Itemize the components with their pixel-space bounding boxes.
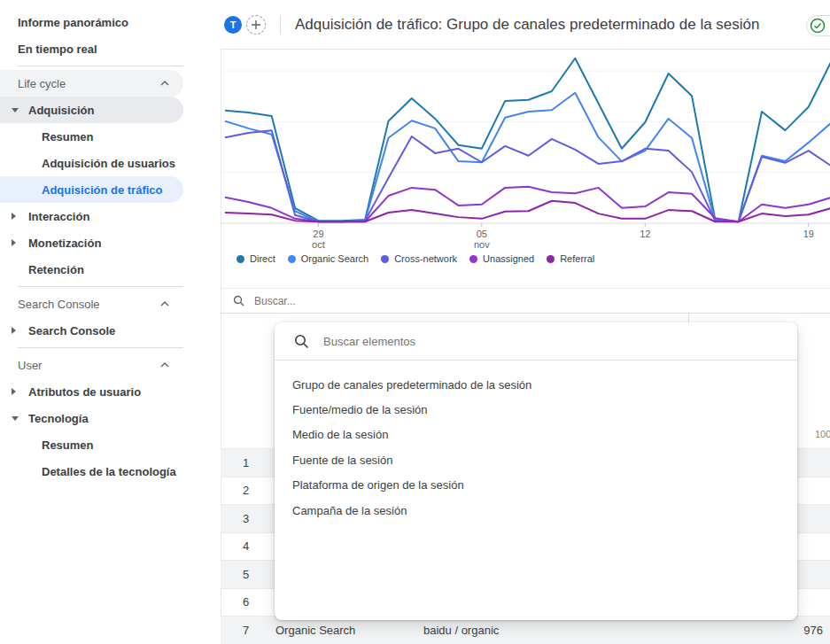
dimension-option-medio-de-la-sesion[interactable]: Medio de la sesión [275, 423, 797, 447]
source-medium-cell: baidu / organic [423, 617, 499, 644]
dimension-option-fuente-medio-de-la-sesion[interactable]: Fuente/medio de la sesión [275, 397, 797, 422]
sidebar-item-tecnologia[interactable]: Tecnología [0, 405, 183, 431]
sidebar-divider [18, 66, 183, 66]
chevron-up-icon [160, 362, 169, 368]
legend-dot [547, 255, 555, 263]
sidebar-item-label: Resumen [0, 130, 94, 144]
table-search-input[interactable] [252, 294, 433, 308]
sidebar-item-interaccion[interactable]: Interacción [0, 203, 183, 229]
sidebar-item-search-console[interactable]: Search Console [0, 317, 183, 344]
legend-dot [469, 255, 477, 263]
row-index: 5 [221, 561, 271, 588]
table-search-bar[interactable] [221, 288, 830, 313]
sidebar-item-label: Detalles de la tecnología [0, 465, 176, 478]
dimension-search-row[interactable] [275, 322, 797, 361]
sidebar-section-label: Search Console [18, 298, 100, 311]
sidebar-item-label: Atributos de usuario [0, 385, 141, 399]
legend-label: Cross-network [394, 253, 457, 264]
sessions-over-time-chart[interactable]: 29oct05nov1219 DirectOrganic SearchCross… [221, 50, 830, 288]
legend-item-referral[interactable]: Referral [547, 253, 594, 264]
row-index: 2 [221, 477, 271, 505]
legend-item-organic-search[interactable]: Organic Search [288, 253, 368, 264]
sessions-cell: 976 [803, 617, 823, 644]
arrow-collapsed-icon [12, 213, 16, 220]
sidebar-item-adquisicion-de-usuarios[interactable]: Adquisición de usuarios [0, 150, 183, 176]
search-icon [294, 334, 309, 349]
sidebar-item-adquisicion[interactable]: Adquisición [0, 97, 183, 123]
legend-item-direct[interactable]: Direct [237, 253, 275, 264]
sidebar-section-user[interactable]: User [0, 352, 183, 378]
chevron-up-icon [160, 301, 169, 306]
chevron-up-icon [160, 81, 169, 86]
sidebar-item-label: Retención [0, 263, 84, 276]
sidebar-section-label: User [18, 359, 42, 372]
arrow-collapsed-icon [12, 239, 16, 246]
sidebar-item-resumen[interactable]: Resumen [0, 123, 183, 150]
sidebar-divider [18, 286, 183, 287]
x-tick-label: 29oct [300, 229, 336, 250]
legend-label: Referral [560, 253, 594, 264]
avatar[interactable]: T [224, 16, 242, 34]
row-index: 3 [221, 505, 271, 532]
arrow-collapsed-icon [12, 327, 16, 334]
plus-icon [251, 19, 261, 30]
arrow-expanded-icon [12, 108, 19, 113]
x-tick-label: 19 [791, 229, 826, 239]
series-line-cross-network [225, 130, 830, 221]
metric-total-fragment: 100 [815, 429, 830, 439]
dimension-options-list: Grupo de canales predeterminado de la se… [275, 361, 797, 523]
check-circle-icon [810, 18, 826, 34]
sidebar-item-monetizacion[interactable]: Monetización [0, 229, 183, 256]
sidebar-item-retencion[interactable]: Retención [0, 256, 183, 283]
row-index: 6 [221, 589, 271, 617]
sidebar-item-resumen[interactable]: Resumen [0, 431, 183, 458]
legend-label: Organic Search [301, 253, 368, 264]
data-quality-chip[interactable] [806, 15, 830, 36]
channel-cell: Organic Search [275, 617, 355, 644]
page-title: Adquisición de tráfico: Grupo de canales… [295, 0, 760, 50]
series-line-organic-search [225, 93, 830, 222]
dimension-option-grupo-de-canales-predeterminado-de-la-sesion[interactable]: Grupo de canales predeterminado de la se… [275, 372, 797, 397]
sidebar-item-label: Adquisición de usuarios [0, 157, 175, 170]
series-line-direct [225, 58, 830, 222]
row-index: 1 [221, 449, 271, 477]
line-chart-canvas[interactable] [221, 50, 830, 227]
report-header: T Adquisición de tráfico: Grupo de canal… [221, 0, 830, 50]
dimension-search-input[interactable] [322, 334, 750, 349]
x-tick-label: 12 [627, 229, 663, 239]
legend-item-cross-network[interactable]: Cross-network [381, 253, 457, 264]
row-index: 7 [221, 617, 271, 644]
header-divider [280, 15, 281, 35]
report-nav-sidebar: Informe panorámicoEn tiempo realLife cyc… [0, 0, 221, 644]
sidebar-item-detalles-de-la-tecnologia[interactable]: Detalles de la tecnología [0, 458, 183, 485]
sidebar-section-label: Life cycle [18, 77, 66, 90]
chart-legend: DirectOrganic SearchCross-networkUnassig… [237, 253, 594, 264]
arrow-expanded-icon [12, 416, 19, 421]
legend-label: Unassigned [483, 253, 534, 264]
dimension-option-campana-de-la-sesion[interactable]: Campaña de la sesión [275, 498, 797, 523]
sidebar-section-life-cycle[interactable]: Life cycle [0, 70, 183, 97]
legend-label: Direct [250, 253, 275, 264]
arrow-collapsed-icon [12, 388, 16, 395]
sidebar-item-atributos-de-usuario[interactable]: Atributos de usuario [0, 378, 183, 405]
dimension-picker-dropdown: Grupo de canales predeterminado de la se… [275, 322, 797, 620]
sidebar-item-informe-panoramico[interactable]: Informe panorámico [0, 9, 183, 35]
search-icon [233, 295, 244, 306]
add-comparison-button[interactable] [246, 15, 266, 35]
sidebar-section-search-console[interactable]: Search Console [0, 291, 183, 317]
legend-dot [237, 255, 244, 263]
legend-dot [381, 255, 389, 263]
dimension-option-fuente-de-la-sesion[interactable]: Fuente de la sesión [275, 447, 797, 472]
sidebar-item-label: Informe panorámico [0, 16, 128, 29]
dimension-option-plataforma-de-origen-de-la-sesion[interactable]: Plataforma de origen de la sesión [275, 473, 797, 498]
legend-item-unassigned[interactable]: Unassigned [469, 253, 534, 264]
sidebar-item-label: Adquisición de tráfico [0, 183, 163, 197]
row-index: 4 [221, 533, 271, 561]
legend-dot [288, 255, 296, 263]
sidebar-item-en-tiempo-real[interactable]: En tiempo real [0, 35, 183, 62]
sidebar-item-label: Resumen [0, 438, 94, 452]
sidebar-item-adquisicion-de-trafico[interactable]: Adquisición de tráfico [0, 176, 183, 203]
sidebar-item-label: En tiempo real [0, 43, 97, 56]
sidebar-item-label: Search Console [0, 324, 115, 338]
x-tick-label: 05nov [464, 229, 500, 250]
